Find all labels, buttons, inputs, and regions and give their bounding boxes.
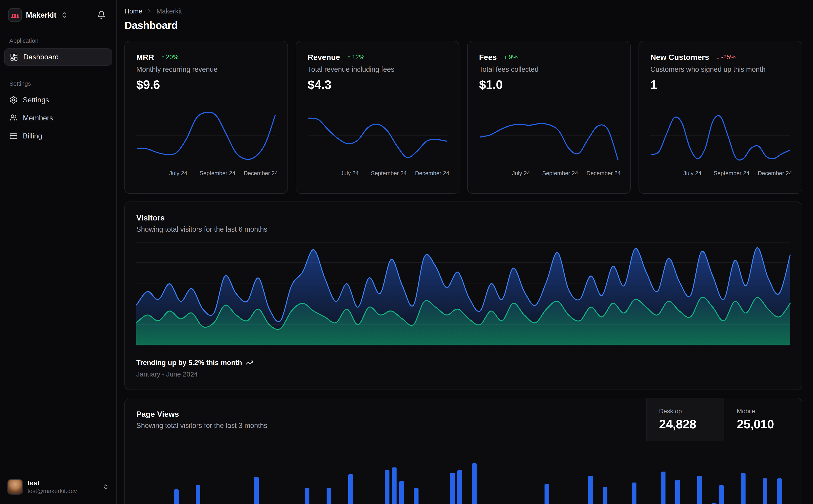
breadcrumb-current: Makerkit [156, 7, 182, 15]
sidebar: m Makerkit Application Dashboard Setting… [0, 0, 117, 504]
sidebar-item-settings[interactable]: Settings [4, 91, 112, 109]
bar [588, 476, 593, 504]
sidebar-item-label: Settings [23, 96, 49, 104]
sparkline-chart [651, 106, 790, 166]
stat-value: $9.6 [136, 77, 276, 92]
trend-arrow-icon: ↑ [161, 53, 164, 61]
visitors-area-chart [136, 242, 790, 345]
bell-icon [97, 11, 106, 19]
stat-subtitle: Customers who signed up this month [651, 65, 790, 73]
bar [392, 467, 397, 504]
bar [712, 503, 716, 504]
notifications-button[interactable] [95, 8, 108, 21]
stat-value: 1 [651, 77, 790, 92]
avatar [7, 479, 23, 495]
sidebar-item-dashboard[interactable]: Dashboard [4, 48, 112, 66]
stat-title: New Customers [651, 53, 709, 62]
bar [327, 488, 331, 504]
bar [174, 489, 178, 504]
main-content: Home Makerkit Dashboard MRR ↑20% Monthly… [117, 0, 813, 504]
bar [399, 481, 404, 504]
trend-badge: ↑12% [347, 53, 365, 61]
stat-value: $4.3 [308, 77, 448, 92]
page-views-subtitle: Showing total visitors for the last 3 mo… [136, 422, 635, 430]
mobile-label: Mobile [737, 408, 789, 415]
members-icon [9, 114, 18, 122]
stat-card-revenue: Revenue ↑12% Total revenue including fee… [296, 41, 459, 194]
trend-arrow-icon: ↑ [504, 53, 507, 61]
trend-badge: ↑9% [504, 53, 518, 61]
user-name: test [27, 479, 98, 487]
breadcrumb-home-link[interactable]: Home [124, 7, 142, 15]
mobile-value: 25,010 [737, 417, 789, 431]
stat-card-new-customers: New Customers ↓-25% Customers who signed… [639, 41, 802, 194]
bar [675, 480, 680, 504]
section-label: Application [4, 37, 112, 44]
bar [697, 476, 702, 504]
visitors-card: Visitors Showing total visitors for the … [124, 202, 802, 390]
visitors-period: January - June 2024 [136, 370, 790, 378]
bar [414, 488, 418, 504]
x-axis-labels: July 24 September 24 December 24 [136, 170, 276, 178]
bar [196, 485, 200, 504]
workspace-switcher[interactable]: m Makerkit [8, 8, 68, 22]
bar [719, 485, 724, 504]
trending-up-icon [246, 359, 254, 366]
bar [661, 472, 666, 504]
visitors-trend-note: Trending up by 5.2% this month [136, 359, 242, 367]
sidebar-item-label: Members [23, 114, 53, 122]
sidebar-item-label: Dashboard [23, 53, 59, 61]
breadcrumb: Home Makerkit [124, 7, 802, 15]
trend-arrow-icon: ↑ [347, 53, 351, 61]
page-views-mobile-toggle[interactable]: Mobile 25,010 [724, 398, 802, 441]
page-views-title: Page Views [136, 410, 635, 419]
sidebar-item-label: Billing [23, 132, 42, 140]
makerkit-logo: m [8, 8, 22, 22]
sparkline-chart [308, 106, 448, 166]
chevrons-up-down-icon [103, 484, 109, 490]
bar [305, 488, 309, 504]
app-root: m Makerkit Application Dashboard Setting… [0, 0, 813, 504]
stat-title: Fees [479, 53, 497, 62]
bar [544, 484, 549, 504]
chevron-right-icon [146, 8, 153, 14]
visitors-subtitle: Showing total visitors for the last 6 mo… [136, 225, 790, 233]
sidebar-section-application: Application Dashboard [4, 37, 112, 66]
chevrons-up-down-icon [61, 11, 68, 19]
stat-card-fees: Fees ↑9% Total fees collected $1.0 July … [467, 41, 631, 194]
sidebar-header: m Makerkit [4, 6, 112, 24]
sparkline-chart [479, 106, 619, 166]
stat-title: MRR [136, 53, 154, 62]
dashboard-icon [10, 53, 18, 61]
bar [457, 470, 462, 504]
bar [254, 477, 259, 504]
sidebar-item-members[interactable]: Members [4, 109, 112, 127]
billing-icon [9, 132, 18, 140]
stat-subtitle: Total fees collected [479, 65, 619, 73]
bar [348, 474, 353, 504]
sidebar-section-settings: Settings Settings Members Billing [4, 80, 112, 146]
page-views-card: Page Views Showing total visitors for th… [124, 398, 802, 504]
bar [603, 487, 607, 504]
user-email: test@makerkit.dev [27, 487, 98, 495]
desktop-value: 24,828 [659, 417, 712, 431]
x-axis-labels: July 24 September 24 December 24 [308, 170, 448, 178]
stat-title: Revenue [308, 53, 340, 62]
bar [632, 483, 637, 504]
stat-cards-row: MRR ↑20% Monthly recurring revenue $9.6 … [124, 41, 802, 194]
user-menu[interactable]: test test@makerkit.dev [4, 476, 112, 498]
bar [741, 473, 746, 504]
visitors-title: Visitors [136, 213, 790, 222]
visitors-footer: Trending up by 5.2% this month January -… [136, 359, 790, 378]
workspace-name: Makerkit [26, 11, 56, 19]
page-views-bar-chart [136, 450, 790, 504]
stat-value: $1.0 [479, 77, 619, 92]
gear-icon [9, 96, 18, 104]
page-views-desktop-toggle[interactable]: Desktop 24,828 [646, 398, 724, 441]
bar [777, 478, 782, 504]
sidebar-item-billing[interactable]: Billing [4, 127, 112, 145]
stat-subtitle: Total revenue including fees [308, 65, 448, 73]
bar [450, 473, 455, 504]
bar [472, 463, 477, 504]
desktop-label: Desktop [659, 408, 712, 415]
